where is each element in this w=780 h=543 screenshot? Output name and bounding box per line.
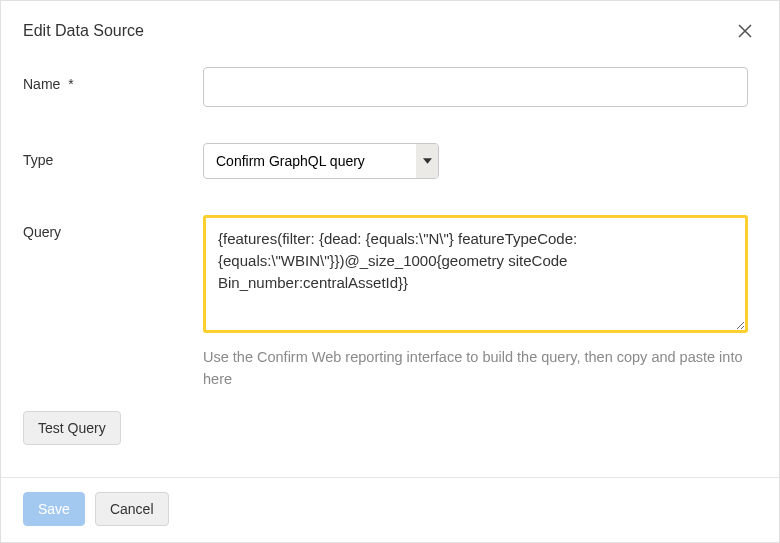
name-label-text: Name [23,76,60,92]
name-label: Name * [23,67,203,92]
type-row: Type Confirm GraphQL query [23,143,757,179]
edit-data-source-dialog: Edit Data Source Name * Type Confirm [0,0,780,543]
type-select-wrap: Confirm GraphQL query [203,143,439,179]
test-query-row: Test Query [23,411,757,445]
close-button[interactable] [733,19,757,43]
test-query-button[interactable]: Test Query [23,411,121,445]
dialog-body: Name * Type Confirm GraphQL query [1,59,779,477]
query-field-col: Use the Confirm Web reporting interface … [203,215,757,391]
type-label: Type [23,143,203,168]
required-marker: * [68,76,73,92]
dialog-header: Edit Data Source [1,1,779,59]
query-row: Query Use the Confirm Web reporting inte… [23,215,757,391]
cancel-button[interactable]: Cancel [95,492,169,526]
name-input[interactable] [203,67,748,107]
query-label: Query [23,215,203,240]
dialog-footer: Save Cancel [1,477,779,542]
name-field-col [203,67,757,107]
query-textarea[interactable] [203,215,748,333]
dialog-title: Edit Data Source [23,22,144,40]
save-button[interactable]: Save [23,492,85,526]
name-row: Name * [23,67,757,107]
type-field-col: Confirm GraphQL query [203,143,757,179]
close-icon [737,23,753,39]
type-select[interactable]: Confirm GraphQL query [203,143,439,179]
query-helper-text: Use the Confirm Web reporting interface … [203,346,748,391]
